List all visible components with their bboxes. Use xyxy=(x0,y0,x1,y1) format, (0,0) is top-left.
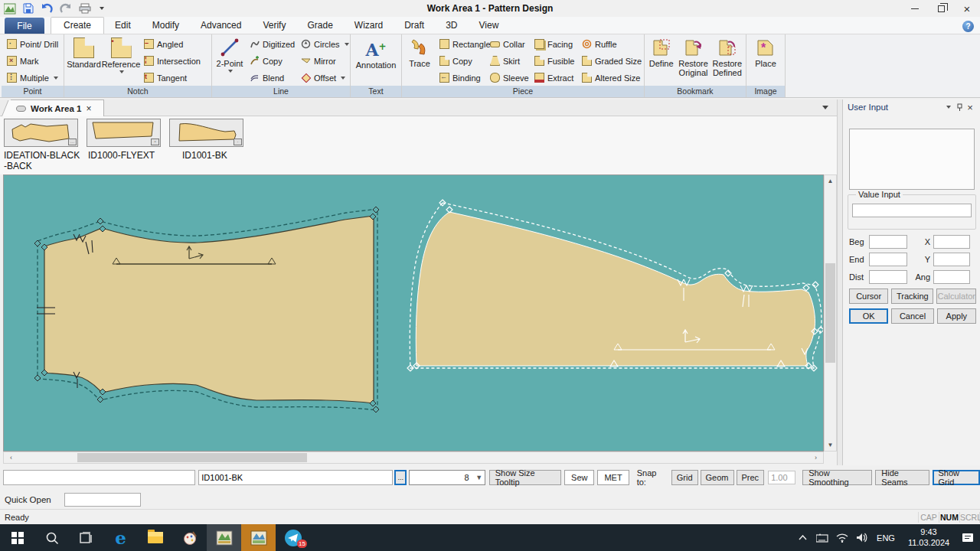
menu-verify[interactable]: Verify xyxy=(252,18,296,34)
mark-button[interactable]: ×Mark xyxy=(5,54,60,68)
menu-advanced[interactable]: Advanced xyxy=(190,18,252,34)
menu-create[interactable]: Create xyxy=(51,17,104,34)
y-field[interactable] xyxy=(933,253,970,266)
task-view-button[interactable] xyxy=(69,524,103,551)
tab-close-icon[interactable]: × xyxy=(86,103,91,114)
panel-close-icon[interactable]: × xyxy=(965,102,975,112)
taskbar-edge-button[interactable]: e xyxy=(103,524,138,551)
horizontal-scroll-thumb[interactable] xyxy=(77,453,307,462)
menu-draft[interactable]: Draft xyxy=(394,18,435,34)
size-dropdown-icon[interactable]: ▼ xyxy=(474,474,485,481)
clock[interactable]: 9:43 11.03.2024 xyxy=(900,527,957,549)
tab-list-dropdown-icon[interactable] xyxy=(822,106,828,109)
pattern-canvas[interactable] xyxy=(3,174,824,452)
point-drill-button[interactable]: ·Point/ Drill xyxy=(5,37,60,51)
notch-reference-button[interactable]: •Reference xyxy=(102,36,140,86)
command-input[interactable] xyxy=(3,470,195,485)
scroll-right-icon[interactable]: › xyxy=(810,452,822,463)
piece-facing-button[interactable]: Facing xyxy=(532,37,577,51)
pattern-canvas-svg[interactable] xyxy=(4,175,823,451)
beg-field[interactable] xyxy=(869,235,907,249)
language-indicator[interactable]: ENG xyxy=(873,533,899,543)
thumbnail-ideation-black-back[interactable]: … xyxy=(4,119,78,147)
snap-grid-button[interactable]: Grid xyxy=(671,470,698,485)
wifi-icon[interactable] xyxy=(833,524,851,551)
taskbar-pattern-app-button[interactable] xyxy=(207,524,241,551)
notch-intersection-button[interactable]: ¦Intersection xyxy=(142,54,203,68)
menu-edit[interactable]: Edit xyxy=(104,18,142,34)
bookmark-define-button[interactable]: Define xyxy=(646,36,676,86)
restore-button[interactable] xyxy=(928,1,954,16)
menu-file[interactable]: File xyxy=(5,18,44,34)
minimize-button[interactable] xyxy=(902,1,928,16)
piece-skirt-button[interactable]: Skirt xyxy=(488,54,529,68)
start-button[interactable] xyxy=(0,524,34,551)
panel-dropdown-icon[interactable] xyxy=(943,102,954,112)
vertical-scroll-thumb[interactable] xyxy=(825,263,835,363)
taskbar-file-explorer-button[interactable] xyxy=(138,524,172,551)
browse-button[interactable]: ... xyxy=(394,470,407,485)
snap-prec-button[interactable]: Prec xyxy=(737,470,765,485)
close-button[interactable]: × xyxy=(954,1,980,16)
menu-grade[interactable]: Grade xyxy=(296,18,343,34)
x-field[interactable] xyxy=(933,235,970,249)
sew-button[interactable]: Sew xyxy=(564,470,594,485)
pattern-piece-right-selected[interactable] xyxy=(407,200,823,371)
thumbnail-id1000-flyext[interactable]: ▫ xyxy=(87,119,161,147)
piece-binding-button[interactable]: ←Binding xyxy=(437,70,485,85)
cancel-button[interactable]: Cancel xyxy=(891,308,933,324)
value-input-field[interactable] xyxy=(852,204,972,217)
line-digitized-button[interactable]: Digitized xyxy=(247,37,296,51)
scroll-down-icon[interactable]: ▼ xyxy=(825,439,836,451)
end-field[interactable] xyxy=(869,253,907,266)
piece-collar-button[interactable]: Collar xyxy=(488,37,529,51)
tab-work-area-1[interactable]: Work Area 1 × xyxy=(11,99,104,116)
piece-sleeve-button[interactable]: Sleeve xyxy=(488,70,529,85)
help-icon[interactable]: ? xyxy=(962,21,974,32)
line-blend-button[interactable]: Blend xyxy=(247,70,296,85)
dist-field[interactable] xyxy=(869,270,907,284)
multiple-button[interactable]: ⋮Multiple xyxy=(5,70,60,85)
line-offset-button[interactable]: Offset xyxy=(299,70,346,85)
line-mirror-button[interactable]: Mirror xyxy=(299,54,346,68)
undo-icon[interactable] xyxy=(41,3,53,14)
tray-chevron-up-icon[interactable] xyxy=(793,524,812,551)
quick-open-field[interactable] xyxy=(64,493,141,507)
piece-graded-size-button[interactable]: Graded Size xyxy=(580,54,635,68)
piece-ruffle-button[interactable]: Ruffle xyxy=(580,37,635,51)
piece-altered-size-button[interactable]: Altered Size xyxy=(580,70,635,85)
piece-fusible-button[interactable]: Fusible xyxy=(532,54,577,68)
show-smoothing-button[interactable]: Show Smoothing xyxy=(802,470,872,485)
print-icon[interactable] xyxy=(79,3,91,14)
pattern-piece-left[interactable] xyxy=(34,207,379,412)
annotation-button[interactable]: A+ Annotation xyxy=(352,36,400,86)
apply-button[interactable]: Apply xyxy=(937,308,976,324)
image-place-button[interactable]: * Place xyxy=(748,36,783,86)
action-center-icon[interactable] xyxy=(959,524,977,551)
ok-button[interactable]: OK xyxy=(849,308,888,324)
line-copy-button[interactable]: Copy xyxy=(247,54,296,68)
vertical-scrollbar[interactable]: ▲ ▼ xyxy=(824,174,837,452)
taskbar-paint-button[interactable] xyxy=(172,524,207,551)
menu-modify[interactable]: Modify xyxy=(142,18,190,34)
notch-angled-button[interactable]: –Angled xyxy=(142,37,203,51)
line-circles-button[interactable]: Circles xyxy=(299,37,346,51)
prompt-list-box[interactable] xyxy=(849,129,975,190)
show-grid-button[interactable]: Show Grid xyxy=(933,470,980,485)
save-icon[interactable] xyxy=(23,3,34,14)
piece-rectangle-button[interactable]: Rectangle xyxy=(437,37,485,51)
piece-copy-button[interactable]: +Copy xyxy=(437,54,485,68)
search-button[interactable] xyxy=(34,524,69,551)
show-size-tooltip-button[interactable]: Show Size Tooltip xyxy=(489,470,561,485)
tracking-button[interactable]: Tracking xyxy=(891,289,933,304)
volume-icon[interactable] xyxy=(853,524,871,551)
redo-icon[interactable] xyxy=(60,3,72,14)
bookmark-restore-defined-button[interactable]: Restore Defined xyxy=(710,36,744,86)
piece-trace-button[interactable]: Trace xyxy=(403,36,436,86)
cursor-button[interactable]: Cursor xyxy=(849,289,888,304)
ang-field[interactable] xyxy=(933,270,970,284)
taskbar-pattern-design-active-button[interactable] xyxy=(241,524,276,551)
panel-splitter[interactable] xyxy=(837,99,842,465)
bookmark-restore-original-button[interactable]: Restore Original xyxy=(676,36,710,86)
met-button[interactable]: MET xyxy=(597,470,629,485)
